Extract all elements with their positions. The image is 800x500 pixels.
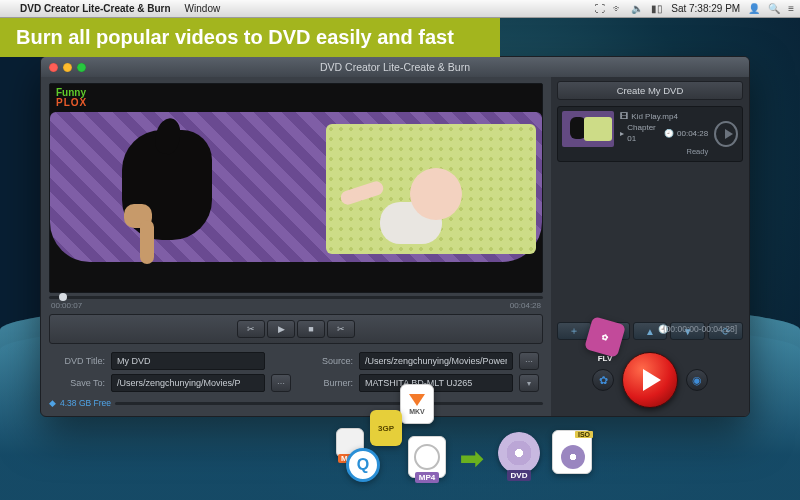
stop-button[interactable]: ■ xyxy=(297,320,325,338)
save-to-input[interactable] xyxy=(111,374,265,392)
play-button[interactable]: ▶ xyxy=(267,320,295,338)
clip-duration: 00:04:28 xyxy=(677,128,708,139)
save-to-label: Save To: xyxy=(49,378,105,388)
spotlight-icon[interactable]: 🔍 xyxy=(768,3,780,14)
mac-menubar: DVD Creator Lite-Create & Burn Window ⛶ … xyxy=(0,0,800,18)
free-space-bar xyxy=(115,402,543,405)
elapsed-time: 00:00:07 xyxy=(51,301,82,310)
preview-watermark: Funny PLOX xyxy=(56,88,87,108)
window-titlebar[interactable]: DVD Creator Lite-Create & Burn xyxy=(41,57,749,77)
source-input[interactable] xyxy=(359,352,513,370)
chevron-right-icon: ▸ xyxy=(620,128,624,139)
burner-label: Burner: xyxy=(301,378,353,388)
trim-end-button[interactable]: ✂ xyxy=(327,320,355,338)
clip-chapter: Chapter 01 xyxy=(627,122,655,144)
format-mkv-icon: MKV xyxy=(400,384,434,424)
format-quicktime-icon: Q xyxy=(346,448,380,482)
transport-bar: ✂ ▶ ■ ✂ 🕘 [00:00:00-00:04:28] xyxy=(49,314,543,344)
wifi-icon[interactable]: ᯤ xyxy=(613,3,623,14)
notification-center-icon[interactable]: ≡ xyxy=(788,3,794,14)
menubar-app-name[interactable]: DVD Creator Lite-Create & Burn xyxy=(20,3,171,14)
preview-art xyxy=(102,122,252,262)
arrow-right-icon: ➡ xyxy=(452,444,490,472)
menubar-clock[interactable]: Sat 7:38:29 PM xyxy=(671,3,740,14)
clip-thumbnail xyxy=(562,111,614,147)
menu-settings-button[interactable]: ✿ xyxy=(592,369,614,391)
watermark-line: PLOX xyxy=(56,98,87,108)
trim-start-button[interactable]: ✂ xyxy=(237,320,265,338)
video-preview[interactable]: Funny PLOX xyxy=(49,83,543,293)
battery-icon[interactable]: ▮▯ xyxy=(651,3,663,14)
format-flv-icon: ✿FLV xyxy=(588,320,622,363)
sidebar-header: Create My DVD xyxy=(557,81,743,100)
burner-input[interactable] xyxy=(359,374,513,392)
settings-grid: DVD Title: Source: ⋯ Save To: ⋯ Burner: … xyxy=(49,352,543,392)
total-time: 00:04:28 xyxy=(510,301,541,310)
fullscreen-icon[interactable]: ⛶ xyxy=(595,3,605,14)
browse-source-button[interactable]: ⋯ xyxy=(519,352,539,370)
dvd-title-label: DVD Title: xyxy=(49,356,105,366)
preview-art xyxy=(362,162,472,252)
burn-button[interactable] xyxy=(622,352,678,408)
clip-status: Ready xyxy=(620,147,708,158)
burner-dropdown-button[interactable]: ▾ xyxy=(519,374,539,392)
clip-list-empty xyxy=(557,168,743,316)
clip-play-button[interactable] xyxy=(714,121,738,147)
preview-disc-button[interactable]: ◉ xyxy=(686,369,708,391)
app-window: DVD Creator Lite-Create & Burn Funny PLO… xyxy=(40,56,750,417)
clip-name: Kid Play.mp4 xyxy=(631,111,678,122)
dvd-title-input[interactable] xyxy=(111,352,265,370)
format-3gp-icon: 3GP xyxy=(370,410,402,446)
format-dvd-icon: DVD xyxy=(498,432,540,481)
minimize-window-button[interactable] xyxy=(63,63,72,72)
menubar-window-menu[interactable]: Window xyxy=(185,3,221,14)
close-window-button[interactable] xyxy=(49,63,58,72)
free-space-indicator: ◆ 4.38 GB Free xyxy=(49,398,543,408)
promo-banner: Burn all popular videos to DVD easily an… xyxy=(0,18,500,57)
film-icon: 🎞 xyxy=(620,111,628,122)
source-label: Source: xyxy=(301,356,353,366)
user-icon[interactable]: 👤 xyxy=(748,3,760,14)
format-iso-icon: ISO xyxy=(552,430,592,474)
free-space-text: 4.38 GB Free xyxy=(60,398,111,408)
browse-save-button[interactable]: ⋯ xyxy=(271,374,291,392)
clip-item[interactable]: 🎞Kid Play.mp4 ▸Chapter 01 🕘00:04:28 Read… xyxy=(557,106,743,162)
window-title: DVD Creator Lite-Create & Burn xyxy=(41,61,749,73)
zoom-window-button[interactable] xyxy=(77,63,86,72)
volume-icon[interactable]: 🔈 xyxy=(631,3,643,14)
playback-seek-slider[interactable] xyxy=(49,296,543,299)
format-mp4-icon: MP4 xyxy=(408,436,446,483)
clock-icon: 🕘 xyxy=(664,128,674,139)
trim-range: [00:00:00-00:04:28] xyxy=(663,324,737,334)
